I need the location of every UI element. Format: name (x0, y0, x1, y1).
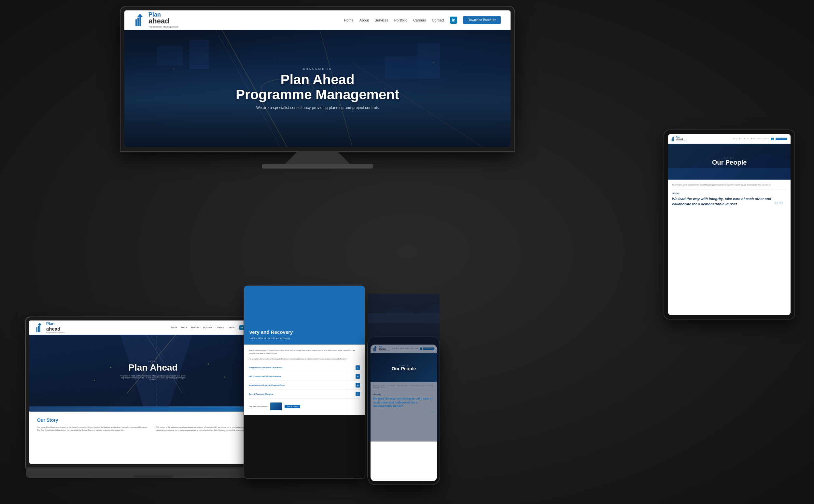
laptop-nav-services[interactable]: Services (191, 326, 200, 329)
accordion-plus-1[interactable]: + (355, 365, 360, 370)
right-tablet-linkedin[interactable]: in (771, 138, 774, 140)
hero-title-line1: Plan Ahead (280, 72, 354, 87)
right-tablet-divider (672, 189, 787, 189)
laptop-hero-desc: Founded in 2008 by Matthew Flack, Plan A… (120, 375, 186, 381)
partial-hero: very and Recovery ss three offices in th… (244, 286, 365, 345)
laptop-nav-home[interactable]: Home (171, 326, 177, 329)
svg-point-14 (173, 69, 174, 70)
partial-hero-title: very and Recovery (249, 329, 359, 335)
right-tablet-logo-sub: Programme Management (676, 140, 687, 142)
right-tablet-nav-about[interactable]: About (739, 138, 742, 140)
accordion-label-1: Programme Submission Documents (249, 367, 282, 369)
right-tablet-frame: Plan ahead Programme Management Home Abo… (664, 130, 794, 319)
accordion-plus-4[interactable]: + (355, 392, 360, 396)
svg-point-15 (205, 56, 206, 56)
right-tablet-device: Plan ahead Programme Management Home Abo… (664, 130, 794, 319)
phone-hero-bg (370, 345, 437, 442)
svg-point-21 (466, 101, 467, 102)
laptop-logo-sub: Programme Management (46, 332, 65, 334)
laptop-linkedin-icon[interactable]: in (239, 325, 244, 330)
svg-rect-46 (673, 137, 674, 141)
phone-quote-text: We lead the way with integrity, take car… (373, 397, 435, 408)
download-brochure-button[interactable]: Download Brochure (463, 16, 501, 24)
accordion-plus-2[interactable]: + (355, 374, 360, 379)
svg-rect-11 (189, 40, 209, 69)
laptop-story-title: Our Story (37, 417, 269, 423)
laptop-story-section: Our Story Our name, Plan Ahead, was insp… (29, 412, 277, 438)
svg-point-34 (94, 380, 95, 381)
right-tablet-header: Plan ahead Programme Management Home Abo… (668, 134, 791, 144)
nav-portfolio[interactable]: Portfolio (394, 18, 407, 22)
laptop-hero: ABOUT Plan Ahead Founded in 2008 by Matt… (29, 335, 277, 406)
hero-welcome-label: WELCOME TO (236, 67, 399, 70)
partial-content: "Plan Ahead manages your project to cont… (244, 345, 365, 415)
laptop-logo: Plan ahead Programme Management (36, 321, 65, 334)
laptop-story-col1: Our name, Plan Ahead, was inspired by th… (37, 426, 150, 432)
hero-subtitle: We are a specialist consultancy providin… (236, 105, 399, 110)
right-tablet-download-button[interactable]: Download Brochure (776, 138, 787, 140)
partial-brochure-thumb (270, 402, 282, 410)
linkedin-icon[interactable]: in (450, 17, 457, 24)
right-tablet-content: By joining us, you'll connect with a tea… (668, 180, 791, 211)
right-tablet-mission-label: mission (672, 192, 787, 194)
nav-services[interactable]: Services (375, 18, 388, 22)
right-tablet-hero-content: CAREERS Our People (712, 157, 747, 166)
accordion-label-2: NEC Contract Schedule Assurance (249, 375, 281, 377)
laptop-nav-careers[interactable]: Careers (215, 326, 224, 329)
desktop-hero-section: WELCOME TO Plan Ahead Programme Manageme… (124, 30, 511, 147)
svg-rect-2 (139, 16, 141, 26)
right-tablet-quote-icon: ”” (774, 200, 783, 210)
laptop-hero-title: Plan Ahead (128, 362, 177, 373)
right-tablet-quote-area: We lead the way with integrity, take car… (672, 197, 787, 207)
monitor-stand (285, 151, 350, 164)
hero-title-line2: Programme Management (236, 87, 399, 102)
laptop-device: Plan ahead Programme Management Home Abo… (26, 317, 280, 478)
partial-hero-text: ss three offices in the UK, we are ideal… (249, 337, 359, 339)
right-tablet-nav-services[interactable]: Services (744, 138, 749, 140)
svg-point-18 (352, 111, 353, 112)
svg-rect-45 (672, 138, 673, 141)
right-tablet-nav-portfolio[interactable]: Portfolio (751, 138, 756, 140)
svg-point-33 (110, 367, 111, 368)
partial-download: Download our brochure or Start an Enquir… (249, 402, 360, 410)
laptop-nav-contact[interactable]: Contact (228, 326, 235, 329)
right-tablet-nav-contact[interactable]: Contact (765, 138, 769, 140)
logo-sub-text: Programme Management (148, 25, 178, 28)
accordion-item-4[interactable]: Cost & Resource Planning + (249, 390, 360, 399)
svg-marker-3 (137, 14, 143, 17)
nav-about[interactable]: About (359, 18, 369, 22)
accordion-plus-3[interactable]: + (355, 383, 360, 388)
nav-contact[interactable]: Contact (432, 18, 444, 22)
hero-content: WELCOME TO Plan Ahead Programme Manageme… (236, 67, 399, 110)
svg-rect-44 (672, 139, 672, 141)
right-tablet-screen: Plan ahead Programme Management Home Abo… (668, 134, 791, 315)
svg-rect-0 (135, 19, 137, 26)
right-tablet-nav: Home About Services Portfolio Careers Co… (733, 138, 787, 140)
laptop-story-grid: Our name, Plan Ahead, was inspired by th… (37, 426, 269, 432)
nav-careers[interactable]: Careers (413, 18, 426, 22)
right-tablet-nav-home[interactable]: Home (733, 138, 737, 140)
desktop-logo: Plan ahead Programme Management (134, 12, 178, 28)
desktop-nav: Home About Services Portfolio Careers Co… (344, 16, 501, 24)
phone-quote-icon: ”” (430, 410, 435, 417)
right-tablet-quote: We lead the way with integrity, take car… (672, 197, 787, 207)
laptop-logo-ahead: ahead (46, 326, 65, 332)
svg-rect-13 (418, 43, 440, 79)
partial-download-label: Download our brochure or (249, 405, 268, 407)
nav-home[interactable]: Home (344, 18, 353, 22)
laptop-nav-portfolio[interactable]: Portfolio (203, 326, 212, 329)
partial-info-text: "Plan Ahead manages your project to cont… (249, 349, 360, 360)
monitor-device: Plan ahead Programme Management Home Abo… (120, 7, 515, 169)
hero-title: Plan Ahead Programme Management (236, 72, 399, 102)
partial-enquiry-button[interactable]: Start an Enquiry (284, 405, 300, 408)
right-tablet-nav-careers[interactable]: Careers (758, 138, 763, 140)
right-tablet-text: By joining us, you'll connect with a tea… (672, 184, 787, 186)
svg-rect-1 (137, 18, 139, 26)
laptop-site-header: Plan ahead Programme Management Home Abo… (29, 320, 277, 335)
accordion-item-3[interactable]: Visualisation & Logistic Phasing Plans + (249, 381, 360, 390)
phone-device: Plan ahead Programme Management Home Abo… (368, 337, 440, 484)
laptop-nav-about[interactable]: About (181, 326, 186, 329)
accordion-label-4: Cost & Resource Planning (249, 393, 273, 395)
svg-rect-50 (668, 168, 791, 180)
plan-ahead-logo-icon (134, 14, 146, 27)
